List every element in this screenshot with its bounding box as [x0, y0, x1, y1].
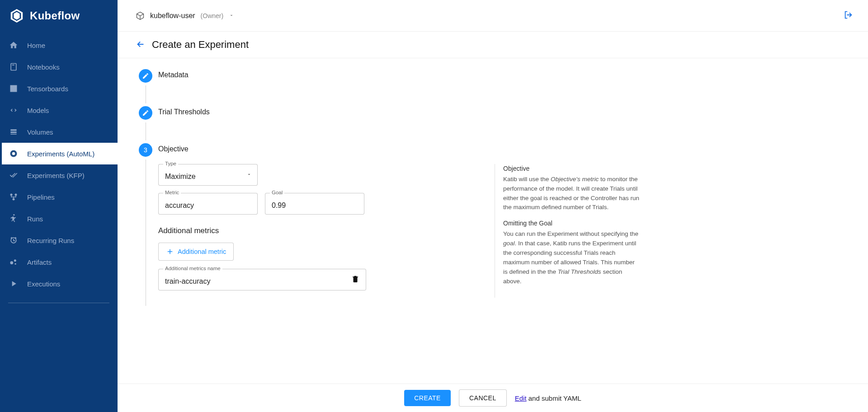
- step-number-badge: 3: [139, 143, 152, 157]
- storage-icon: [9, 127, 18, 136]
- content: Metadata Trial Thresholds 3: [118, 58, 868, 384]
- step-title[interactable]: Trial Thresholds: [156, 106, 641, 127]
- help-title: Objective: [503, 164, 639, 174]
- main: kubeflow-user (Owner) Create an Experime…: [118, 0, 868, 412]
- objective-form: Type Maximize Metric: [158, 164, 484, 298]
- page-title: Create an Experiment: [152, 39, 249, 51]
- namespace-name: kubeflow-user: [150, 12, 195, 20]
- run-icon: [9, 214, 18, 223]
- book-icon: [9, 62, 18, 71]
- sidebar-item-label: Executions: [27, 280, 60, 288]
- sidebar-divider: [8, 303, 109, 303]
- sidebar-item-notebooks[interactable]: Notebooks: [0, 56, 118, 78]
- sidebar-item-artifacts[interactable]: Artifacts: [0, 251, 118, 273]
- chart-icon: [9, 84, 18, 93]
- topbar: kubeflow-user (Owner): [118, 0, 868, 32]
- namespace-role: (Owner): [201, 12, 224, 19]
- sidebar-item-models[interactable]: Models: [0, 99, 118, 121]
- sidebar-item-executions[interactable]: Executions: [0, 273, 118, 295]
- sidebar-item-recurring-runs[interactable]: Recurring Runs: [0, 229, 118, 251]
- bubble-chart-icon: [9, 258, 18, 267]
- yaml-note: Edit and submit YAML: [515, 394, 581, 402]
- trash-icon: [351, 275, 359, 283]
- help-paragraph: You can run the Experiment without speci…: [503, 229, 639, 286]
- sidebar-item-label: Artifacts: [27, 258, 52, 266]
- help-paragraph: Katib will use the Objective's metric to…: [503, 175, 639, 213]
- kubeflow-logo-icon: [9, 8, 24, 23]
- logout-icon: [844, 10, 854, 20]
- step-title[interactable]: Metadata: [156, 69, 641, 90]
- cancel-button[interactable]: CANCEL: [459, 389, 507, 407]
- step-edit-icon[interactable]: [139, 106, 152, 120]
- metric-field[interactable]: [165, 201, 251, 210]
- sidebar-item-label: Tensorboards: [27, 85, 68, 93]
- delete-metric-button[interactable]: [351, 275, 359, 285]
- goal-field[interactable]: [272, 201, 358, 210]
- sidebar-item-runs[interactable]: Runs: [0, 208, 118, 229]
- step-edit-icon[interactable]: [139, 69, 152, 83]
- logout-button[interactable]: [844, 10, 854, 21]
- sidebar: Kubeflow Home Notebooks Tensorboards Mod…: [0, 0, 118, 412]
- add-additional-metric-button[interactable]: Additional metric: [158, 243, 234, 261]
- svg-point-10: [15, 263, 16, 265]
- code-icon: [9, 106, 18, 115]
- sidebar-item-home[interactable]: Home: [0, 34, 118, 56]
- step-objective: 3 Objective Type Maximize: [135, 143, 641, 309]
- namespace-selector[interactable]: kubeflow-user (Owner): [136, 11, 234, 20]
- svg-point-8: [10, 261, 14, 264]
- namespace-icon: [136, 11, 145, 20]
- field-label: Type: [163, 161, 178, 166]
- objective-metric-input[interactable]: Metric: [158, 193, 258, 215]
- svg-point-4: [12, 152, 15, 155]
- sidebar-item-experiments-automl[interactable]: Experiments (AutoML): [0, 143, 118, 164]
- sidebar-item-label: Runs: [27, 215, 43, 223]
- additional-metrics-heading: Additional metrics: [158, 226, 484, 235]
- katib-icon: [9, 149, 18, 158]
- svg-point-5: [10, 194, 13, 196]
- pipeline-icon: [9, 192, 18, 201]
- sidebar-nav: Home Notebooks Tensorboards Models Volum…: [0, 34, 118, 295]
- step-title[interactable]: Objective: [156, 143, 641, 164]
- additional-metric-name-input[interactable]: Additional metrics name: [158, 269, 366, 290]
- back-button[interactable]: [136, 39, 146, 51]
- sidebar-item-label: Home: [27, 42, 45, 49]
- sidebar-item-label: Pipelines: [27, 193, 55, 201]
- sidebar-item-label: Models: [27, 107, 49, 114]
- sidebar-item-label: Recurring Runs: [27, 237, 74, 244]
- sidebar-item-label: Volumes: [27, 128, 53, 136]
- plus-icon: [166, 248, 174, 256]
- sidebar-item-experiments-kfp[interactable]: Experiments (KFP): [0, 164, 118, 186]
- brand: Kubeflow: [0, 0, 118, 34]
- action-footer: CREATE CANCEL Edit and submit YAML: [118, 384, 868, 412]
- chevron-down-icon: [246, 171, 252, 178]
- field-label: Goal: [270, 190, 284, 195]
- sidebar-item-volumes[interactable]: Volumes: [0, 121, 118, 143]
- sidebar-item-pipelines[interactable]: Pipelines: [0, 186, 118, 208]
- svg-point-9: [14, 259, 16, 262]
- sidebar-item-label: Experiments (KFP): [27, 172, 85, 179]
- help-title: Omitting the Goal: [503, 219, 639, 229]
- button-label: Additional metric: [178, 248, 226, 255]
- objective-help-panel: Objective Katib will use the Objective's…: [495, 164, 639, 298]
- field-label: Additional metrics name: [163, 266, 222, 271]
- svg-point-6: [15, 194, 17, 196]
- edit-yaml-link[interactable]: Edit: [515, 394, 527, 402]
- step-metadata: Metadata: [135, 69, 641, 106]
- play-icon: [9, 279, 18, 288]
- brand-name: Kubeflow: [30, 9, 80, 22]
- check-all-icon: [9, 171, 18, 180]
- page-header: Create an Experiment: [118, 32, 868, 58]
- field-label: Metric: [163, 190, 181, 195]
- additional-metric-field[interactable]: [165, 277, 359, 286]
- sidebar-item-tensorboards[interactable]: Tensorboards: [0, 78, 118, 99]
- create-button[interactable]: CREATE: [404, 390, 451, 406]
- field-value: Maximize: [165, 173, 196, 180]
- sidebar-item-label: Experiments (AutoML): [27, 150, 94, 158]
- objective-goal-input[interactable]: Goal: [265, 193, 364, 215]
- stepper: Metadata Trial Thresholds 3: [135, 69, 641, 309]
- objective-type-select[interactable]: Type Maximize: [158, 164, 258, 186]
- arrow-back-icon: [136, 39, 146, 49]
- alarm-icon: [9, 236, 18, 245]
- home-icon: [9, 41, 18, 50]
- svg-point-7: [13, 198, 15, 201]
